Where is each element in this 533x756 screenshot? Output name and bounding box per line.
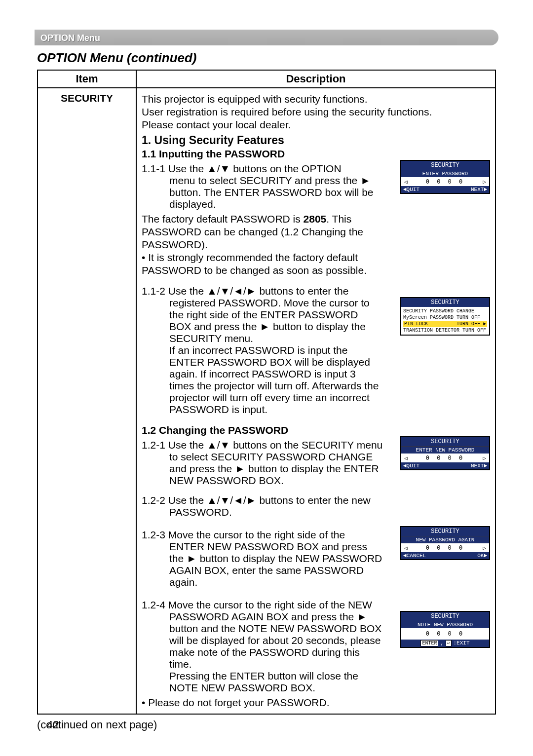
step-num: 1.2-3 bbox=[142, 529, 165, 540]
item-security: SECURITY bbox=[38, 88, 136, 714]
osd-sub: NEW PASSWORD AGAIN bbox=[401, 536, 489, 543]
default-pw-1b: . This bbox=[326, 213, 351, 225]
step-text: NEW PASSWORD BOX. bbox=[142, 475, 395, 487]
step-text: If an incorrect PASSWORD is input the bbox=[142, 344, 395, 356]
right-arrow-icon: ▷ bbox=[483, 179, 486, 185]
header-bar: OPTION Menu bbox=[35, 30, 498, 45]
main-table: Item Description SECURITY This projector… bbox=[37, 70, 496, 715]
step-text: Use the ▲/▼ buttons on the SECURITY menu bbox=[168, 439, 383, 451]
step-text: again. bbox=[142, 576, 395, 588]
step-text: BOX and press the ► button to display th… bbox=[142, 321, 395, 333]
step-text: PASSWORD. bbox=[142, 506, 395, 518]
intro-2: User registration is required before usi… bbox=[142, 106, 490, 118]
step-text: the ► button to display the NEW PASSWORD bbox=[142, 553, 395, 565]
osd-enter-new-password: SECURITY ENTER NEW PASSWORD ◁ 0 0 0 0 ▷ … bbox=[400, 436, 490, 470]
step-text: and press the ► button to display the EN… bbox=[142, 463, 395, 475]
step-text: time. bbox=[142, 658, 395, 670]
right-arrow-icon: ▷ bbox=[483, 545, 486, 551]
step-text: button and the NOTE NEW PASSWORD BOX bbox=[142, 623, 395, 635]
header-bar-label: OPTION Menu bbox=[40, 33, 100, 43]
step-text: registered PASSWORD. Move the cursor to bbox=[142, 297, 395, 309]
default-pw-3: PASSWORD). bbox=[142, 239, 395, 251]
heading-1: 1. Using Security Features bbox=[142, 134, 490, 147]
osd-security-menu: SECURITY SECURITY PASSWORD CHANGE MyScre… bbox=[400, 297, 490, 336]
osd-digits: 0 0 0 0 bbox=[426, 454, 465, 461]
block-123: 1.2-3 Move the cursor to the right side … bbox=[142, 526, 490, 591]
osd-title: SECURITY bbox=[401, 437, 489, 446]
step-text: ENTER PASSWORD BOX will be displayed bbox=[142, 356, 395, 368]
col-description: Description bbox=[136, 70, 495, 88]
description-cell: This projector is equipped with security… bbox=[136, 88, 495, 714]
osd-turnoff: TURN OFF ► bbox=[457, 321, 486, 327]
step-text: make note of the PASSWORD during this bbox=[142, 646, 395, 658]
osd-title: SECURITY bbox=[401, 612, 489, 621]
bullet-1: • It is strongly recommended the factory… bbox=[142, 252, 395, 264]
heading-1-2: 1.2 Changing the PASSWORD bbox=[142, 424, 490, 436]
block-112: 1.1-2 Use the ▲/▼/◄/► buttons to enter t… bbox=[142, 282, 490, 418]
step-text: projector will turn off every time an in… bbox=[142, 392, 395, 404]
left-arrow-icon: ◁ bbox=[404, 179, 408, 185]
step-text: button. The ENTER PASSWORD box will be bbox=[142, 187, 395, 198]
step-text: menu to select SECURITY and press the ► bbox=[142, 175, 395, 187]
default-pw-bold: 2805 bbox=[304, 213, 327, 225]
step-num: 1.2-1 bbox=[142, 439, 165, 451]
osd-digits: 0 0 0 0 bbox=[426, 178, 465, 185]
step-text: AGAIN BOX, enter the same PASSWORD bbox=[142, 565, 395, 576]
step-num: 1.1-1 bbox=[142, 163, 165, 174]
continued-text: (continued on next page) bbox=[37, 718, 496, 731]
default-pw-2: PASSWORD can be changed (1.2 Changing th… bbox=[142, 226, 395, 238]
left-arrow-icon: ◁ bbox=[404, 545, 408, 551]
bullet-forget: • Please do not forget your PASSWORD. bbox=[142, 697, 395, 709]
step-text: Pressing the ENTER button will close the bbox=[142, 670, 395, 682]
page-number: 42 bbox=[47, 718, 59, 731]
osd-note-new-password: SECURITY NOTE NEW PASSWORD 0 0 0 0 ENTER… bbox=[400, 611, 490, 648]
osd-row: MyScreen PASSWORD TURN OFF bbox=[403, 314, 487, 321]
bullet-2: PASSWORD to be changed as soon as possib… bbox=[142, 265, 395, 276]
step-text: times the projector will turn off. After… bbox=[142, 380, 395, 392]
osd-next: NEXT► bbox=[471, 187, 487, 192]
osd-pinlock: PIN LOCK bbox=[404, 321, 428, 327]
osd-quit: ◄QUIT bbox=[403, 463, 419, 469]
osd-sub: NOTE NEW PASSWORD bbox=[401, 621, 489, 628]
step-text: Use the ▲/▼ buttons on the OPTION bbox=[168, 163, 342, 174]
osd-sub: ENTER PASSWORD bbox=[401, 170, 489, 177]
step-num: 1.1-2 bbox=[142, 285, 165, 297]
enter-key-icon: ENTER bbox=[420, 640, 438, 646]
step-num: 1.2-2 bbox=[142, 494, 165, 506]
step-num: 1.2-4 bbox=[142, 599, 165, 610]
col-item: Item bbox=[38, 70, 136, 88]
intro-1: This projector is equipped with security… bbox=[142, 93, 490, 105]
osd-cancel: ◄CANCEL bbox=[403, 553, 426, 559]
step-text: PASSWORD AGAIN BOX and press the ► bbox=[142, 611, 395, 623]
default-pw-1: The factory default PASSWORD is bbox=[142, 213, 304, 225]
osd-ok: OK► bbox=[477, 553, 487, 559]
osd-quit: ◄QUIT bbox=[403, 187, 419, 192]
osd-title: SECURITY bbox=[401, 527, 489, 536]
intro-3: Please contact your local dealer. bbox=[142, 119, 490, 131]
step-text: ENTER NEW PASSWORD BOX and press bbox=[142, 541, 395, 553]
reset-key-icon: ↩ bbox=[446, 640, 451, 646]
osd-title: SECURITY bbox=[401, 161, 489, 170]
page-subtitle: OPTION Menu (continued) bbox=[37, 50, 496, 66]
block-121: 1.2-1 Use the ▲/▼ buttons on the SECURIT… bbox=[142, 436, 490, 521]
step-text: displayed. bbox=[142, 198, 395, 210]
step-text: the right side of the ENTER PASSWORD bbox=[142, 309, 395, 321]
step-text: Move the cursor to the right side of the… bbox=[168, 599, 372, 610]
osd-next: NEXT► bbox=[471, 463, 487, 469]
osd-row: TRANSITION DETECTOR TURN OFF bbox=[403, 327, 487, 334]
osd-exit: :EXIT bbox=[454, 640, 470, 646]
step-text: Use the ▲/▼/◄/► buttons to enter the bbox=[168, 285, 349, 297]
osd-title: SECURITY bbox=[401, 298, 489, 307]
step-text: again. If incorrect PASSWORD is input 3 bbox=[142, 368, 395, 380]
step-text: will be displayed for about 20 seconds, … bbox=[142, 635, 395, 646]
osd-digits: 0 0 0 0 bbox=[426, 630, 465, 637]
osd-new-password-again: SECURITY NEW PASSWORD AGAIN ◁ 0 0 0 0 ▷ … bbox=[400, 526, 490, 560]
osd-enter-password: SECURITY ENTER PASSWORD ◁ 0 0 0 0 ▷ ◄QUI… bbox=[400, 160, 490, 194]
right-arrow-icon: ▷ bbox=[483, 455, 486, 461]
osd-row: SECURITY PASSWORD CHANGE bbox=[403, 308, 487, 314]
step-text: PASSWORD is input. bbox=[142, 404, 395, 416]
block-111: 1.1-1 Use the ▲/▼ buttons on the OPTION … bbox=[142, 160, 490, 277]
left-arrow-icon: ◁ bbox=[404, 455, 408, 461]
heading-1-1: 1.1 Inputting the PASSWORD bbox=[142, 148, 490, 160]
step-text: to select SECURITY PASSWORD CHANGE bbox=[142, 451, 395, 463]
